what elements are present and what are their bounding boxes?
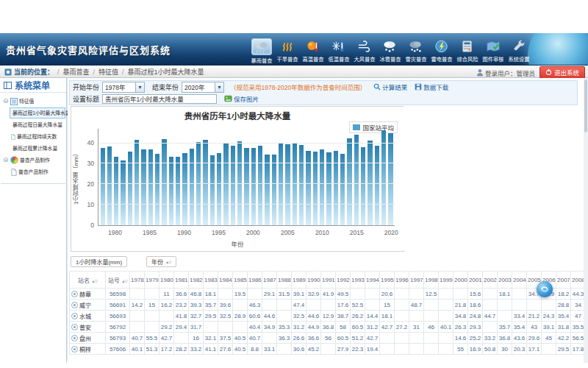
year-column-header[interactable]: 2003 xyxy=(498,272,512,289)
sidebar-item-accumulated-precip[interactable]: 暴雨过程累计降水量 xyxy=(10,143,65,154)
nav-snow[interactable]: 雪灾普查 xyxy=(403,38,429,64)
year-column-header[interactable]: 1997 xyxy=(409,272,424,289)
year-column-header[interactable]: 1984 xyxy=(218,272,233,289)
tree-group-features[interactable]: ⊖ 特征值 xyxy=(1,96,65,107)
year-column-header[interactable]: 1998 xyxy=(424,272,439,289)
year-column-header[interactable]: 2000 xyxy=(453,272,468,289)
sort-arrows-icon[interactable]: ▲▽ xyxy=(91,279,97,283)
year-column-header[interactable]: 1999 xyxy=(439,272,453,289)
year-column-header[interactable]: 1982 xyxy=(189,272,204,289)
value-cell xyxy=(174,333,189,344)
station-id-header[interactable]: 站号 ▲▽ xyxy=(106,272,130,289)
nav-map-review[interactable]: 图件审核 xyxy=(480,38,506,64)
year-column-header[interactable]: 1996 xyxy=(395,272,409,289)
value-cell: 16.2 xyxy=(159,300,174,311)
year-column-header[interactable]: 2002 xyxy=(483,272,498,289)
sidebar-item-product-making[interactable]: 普查产品制作 xyxy=(10,166,65,177)
value-cell xyxy=(512,300,527,311)
year-column-header[interactable]: 1985 xyxy=(233,272,248,289)
year-column-header[interactable]: 1991 xyxy=(321,272,336,289)
nav-composite-risk[interactable]: 综合风险 xyxy=(454,38,480,64)
tree-group-products[interactable]: ⊖ 普查产品制作 xyxy=(1,155,65,166)
nav-wind[interactable]: 大风普查 xyxy=(351,38,377,64)
color-wheel-icon xyxy=(10,156,18,164)
station-name-cell[interactable]: 桐梓 xyxy=(70,344,106,355)
nav-drought[interactable]: 干旱普查 xyxy=(274,38,300,64)
year-column-header[interactable]: 2008 xyxy=(571,272,584,289)
value-cell xyxy=(130,322,145,333)
sidebar-item-daily-max-precip[interactable]: 暴雨过程日最大降水量 xyxy=(10,119,65,130)
value-cell xyxy=(395,289,409,300)
logout-button[interactable]: 退出系统 xyxy=(539,66,585,79)
row-expand-icon[interactable] xyxy=(71,302,78,308)
sidebar-item-hourly-max-precip[interactable]: 暴雨过程1小时最大降水量 xyxy=(10,107,65,118)
start-year-select[interactable]: 1978年 ▼ xyxy=(102,82,145,93)
bar xyxy=(148,149,153,225)
year-column-header[interactable]: 1990 xyxy=(306,272,321,289)
year-column-header[interactable]: 1989 xyxy=(292,272,306,289)
nav-high-temp[interactable]: 高温普查 xyxy=(300,38,326,64)
breadcrumb-segment[interactable]: 特征值 xyxy=(98,67,118,77)
row-expand-icon[interactable] xyxy=(71,291,78,297)
year-column-header[interactable]: 1980 xyxy=(159,272,174,289)
station-name-cell[interactable]: 赫章 xyxy=(70,289,106,300)
sort-arrows-icon[interactable]: ▲▽ xyxy=(165,260,171,264)
group-by-year-chip[interactable]: 年份 ▲▽ xyxy=(146,256,176,267)
year-column-header[interactable]: 1988 xyxy=(277,272,292,289)
collapse-icon[interactable]: ⊖ xyxy=(3,157,9,163)
year-column-header[interactable]: 1986 xyxy=(248,272,262,289)
station-name-cell[interactable]: 水城 xyxy=(70,311,106,322)
toolbar-row-2: 设置标题 保存图片 xyxy=(70,93,577,105)
calc-result-button[interactable]: 计算结果 xyxy=(373,82,407,91)
chart-title-input[interactable] xyxy=(102,94,217,104)
value-cell: 15 xyxy=(145,300,159,311)
save-image-button[interactable]: 保存图片 xyxy=(224,94,259,103)
value-cell: 23.2 xyxy=(174,300,189,311)
year-column-header[interactable]: 1987 xyxy=(262,272,277,289)
year-column-header[interactable]: 2001 xyxy=(468,272,483,289)
year-column-header[interactable]: 1993 xyxy=(351,272,365,289)
measure-chip[interactable]: 1小时降水量(mm) xyxy=(71,256,127,267)
year-column-header[interactable]: 1995 xyxy=(380,272,395,289)
nav-lightning[interactable]: 雷电普查 xyxy=(429,38,454,64)
nav-low-temp[interactable]: 低温普查 xyxy=(326,38,351,64)
breadcrumb-segment[interactable]: 暴雨过程1小时最大降水量 xyxy=(128,67,204,77)
year-column-header[interactable]: 2007 xyxy=(556,272,571,289)
value-cell: 52.5 xyxy=(351,300,365,311)
year-column-header[interactable]: 1994 xyxy=(365,272,380,289)
collapse-icon[interactable]: ⊖ xyxy=(3,98,9,105)
nav-settings[interactable]: 系统设置 xyxy=(506,38,531,64)
sidebar-tree: ⊖ 特征值 暴雨过程1小时最大降水量 暴雨过程日最大降水量 暴雨过程持续天数 xyxy=(0,93,66,187)
value-cell: 42.7 xyxy=(159,333,174,344)
year-column-header[interactable]: 2004 xyxy=(512,272,527,289)
nav-hail[interactable]: 冰雹普查 xyxy=(377,38,403,64)
table-row: 普安5679229.229.431.740.434.935.331.244.93… xyxy=(70,322,584,333)
year-column-header[interactable]: 1979 xyxy=(145,272,159,289)
value-cell: 19.4 xyxy=(365,344,380,355)
chart-panel: 贵州省历年1小时最大降水量 国家站平均 1小时降水量（mm） 010203040… xyxy=(71,106,404,252)
row-expand-icon[interactable] xyxy=(71,346,78,353)
value-cell: 29.5 xyxy=(204,311,218,322)
sort-arrows-icon[interactable]: ▲▽ xyxy=(121,279,127,283)
station-name-cell[interactable]: 威宁 xyxy=(70,300,106,311)
row-expand-icon[interactable] xyxy=(71,335,78,342)
nav-rainstorm[interactable]: 暴雨普查 xyxy=(248,38,274,64)
station-name-header[interactable]: 站名 ▲▽ xyxy=(70,272,106,289)
vertical-scrollbar[interactable] xyxy=(584,78,588,363)
year-column-header[interactable]: 1983 xyxy=(204,272,218,289)
station-name-cell[interactable]: 普安 xyxy=(70,322,106,333)
row-expand-icon[interactable] xyxy=(71,324,78,330)
year-column-header[interactable]: 1981 xyxy=(174,272,189,289)
year-column-header[interactable]: 1978 xyxy=(130,272,145,289)
floating-widget[interactable] xyxy=(537,281,553,297)
breadcrumb-segment[interactable]: 暴雨普查 xyxy=(63,67,90,77)
value-cell: 60.6 xyxy=(248,311,262,322)
scrollbar-thumb[interactable] xyxy=(584,79,587,132)
year-column-header[interactable]: 1992 xyxy=(336,272,351,289)
station-name-cell[interactable]: 盘州 xyxy=(70,333,106,344)
end-year-select[interactable]: 2020年 ▼ xyxy=(182,82,224,93)
value-cell: 39.1 xyxy=(542,322,556,333)
data-download-button[interactable]: 数据下载 xyxy=(415,82,448,91)
sidebar-item-duration-days[interactable]: 暴雨过程持续天数 xyxy=(10,131,65,142)
row-expand-icon[interactable] xyxy=(71,313,78,319)
